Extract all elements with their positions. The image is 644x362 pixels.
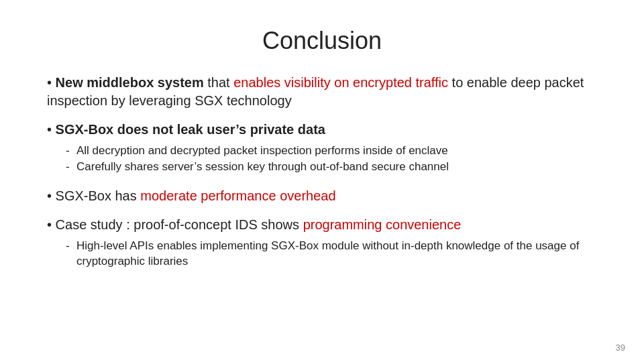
bullet-3: • SGX-Box has moderate performance overh… (47, 187, 597, 205)
sub-bullet-1-1: All decryption and decrypted packet insp… (66, 143, 597, 159)
sub-bullets-group-1: All decryption and decrypted packet insp… (66, 143, 597, 175)
bullet-1-bold: New middlebox system (56, 75, 204, 90)
bullet-1-middle: that (204, 75, 233, 90)
sub-bullet-1-2: Carefully shares server’s session key th… (66, 159, 597, 175)
sub-bullets-group-2: High-level APIs enables implementing SGX… (66, 238, 597, 270)
bullet-1: • New middlebox system that enables visi… (47, 74, 597, 110)
bullet-group-1: • New middlebox system that enables visi… (47, 74, 597, 114)
bullet-2: • SGX-Box does not leak user’s private d… (47, 121, 597, 139)
slide-title: Conclusion (47, 27, 597, 55)
bullet-4: • Case study : proof-of-concept IDS show… (47, 216, 597, 234)
bullet-group-3: • SGX-Box has moderate performance overh… (47, 187, 597, 209)
bullet-group-2: • SGX-Box does not leak user’s private d… (47, 121, 597, 180)
page-number: 39 (616, 343, 625, 353)
bullet-3-prefix: SGX-Box has (56, 188, 141, 203)
slide-content: • New middlebox system that enables visi… (47, 74, 597, 342)
bullet-group-4: • Case study : proof-of-concept IDS show… (47, 216, 597, 276)
bullet-1-red: enables visibility on encrypted traffic (233, 75, 448, 90)
sub-bullet-2-1: High-level APIs enables implementing SGX… (66, 238, 597, 270)
slide: Conclusion • New middlebox system that e… (0, 0, 644, 362)
bullet-2-text: SGX-Box does not leak user’s private dat… (56, 122, 325, 137)
bullet-3-red: moderate performance overhead (140, 188, 335, 203)
bullet-4-red: programming convenience (303, 217, 462, 232)
bullet-4-prefix: Case study : proof-of-concept IDS shows (56, 217, 303, 232)
